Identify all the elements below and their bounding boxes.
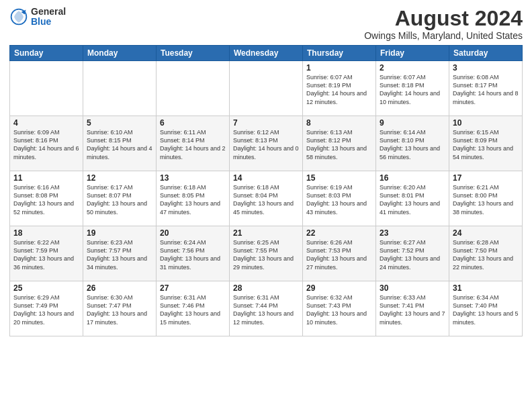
- day-info: Sunrise: 6:32 AM Sunset: 7:43 PM Dayligh…: [306, 293, 372, 326]
- day-cell-1-3: 7Sunrise: 6:12 AM Sunset: 8:13 PM Daylig…: [230, 116, 303, 171]
- day-number: 11: [13, 173, 79, 183]
- week-row-1: 1Sunrise: 6:07 AM Sunset: 8:19 PM Daylig…: [10, 61, 523, 116]
- day-cell-4-0: 25Sunrise: 6:29 AM Sunset: 7:49 PM Dayli…: [10, 281, 83, 336]
- day-number: 5: [87, 118, 152, 128]
- day-cell-2-3: 14Sunrise: 6:18 AM Sunset: 8:04 PM Dayli…: [230, 171, 303, 226]
- day-cell-0-2: [157, 61, 230, 116]
- day-number: 27: [160, 283, 226, 293]
- day-info: Sunrise: 6:30 AM Sunset: 7:47 PM Dayligh…: [87, 293, 152, 326]
- day-info: Sunrise: 6:18 AM Sunset: 8:05 PM Dayligh…: [160, 183, 226, 216]
- col-saturday: Saturday: [449, 46, 523, 61]
- day-cell-4-6: 31Sunrise: 6:34 AM Sunset: 7:40 PM Dayli…: [449, 281, 523, 336]
- day-cell-4-1: 26Sunrise: 6:30 AM Sunset: 7:47 PM Dayli…: [83, 281, 157, 336]
- col-wednesday: Wednesday: [230, 46, 303, 61]
- day-info: Sunrise: 6:19 AM Sunset: 8:03 PM Dayligh…: [306, 183, 372, 216]
- day-cell-3-3: 21Sunrise: 6:25 AM Sunset: 7:55 PM Dayli…: [230, 226, 303, 281]
- day-cell-4-2: 27Sunrise: 6:31 AM Sunset: 7:46 PM Dayli…: [157, 281, 230, 336]
- day-number: 10: [453, 118, 519, 128]
- day-number: 21: [233, 228, 299, 238]
- day-cell-3-5: 23Sunrise: 6:27 AM Sunset: 7:52 PM Dayli…: [376, 226, 449, 281]
- day-cell-2-4: 15Sunrise: 6:19 AM Sunset: 8:03 PM Dayli…: [303, 171, 376, 226]
- day-info: Sunrise: 6:27 AM Sunset: 7:52 PM Dayligh…: [380, 238, 445, 271]
- day-cell-3-2: 20Sunrise: 6:24 AM Sunset: 7:56 PM Dayli…: [157, 226, 230, 281]
- day-info: Sunrise: 6:26 AM Sunset: 7:53 PM Dayligh…: [306, 238, 372, 271]
- week-row-4: 18Sunrise: 6:22 AM Sunset: 7:59 PM Dayli…: [10, 226, 523, 281]
- logo-icon: [9, 7, 28, 26]
- week-row-2: 4Sunrise: 6:09 AM Sunset: 8:16 PM Daylig…: [10, 116, 523, 171]
- day-number: 4: [13, 118, 79, 128]
- day-number: 22: [306, 228, 372, 238]
- page: General Blue August 2024 Owings Mills, M…: [0, 0, 532, 411]
- col-friday: Friday: [376, 46, 449, 61]
- day-info: Sunrise: 6:15 AM Sunset: 8:09 PM Dayligh…: [453, 128, 519, 161]
- day-info: Sunrise: 6:31 AM Sunset: 7:44 PM Dayligh…: [233, 293, 299, 326]
- day-info: Sunrise: 6:23 AM Sunset: 7:57 PM Dayligh…: [87, 238, 152, 271]
- day-number: 18: [13, 228, 79, 238]
- day-number: 9: [380, 118, 445, 128]
- day-info: Sunrise: 6:14 AM Sunset: 8:10 PM Dayligh…: [380, 128, 445, 161]
- day-number: 2: [380, 63, 445, 73]
- day-cell-1-1: 5Sunrise: 6:10 AM Sunset: 8:15 PM Daylig…: [83, 116, 157, 171]
- col-thursday: Thursday: [303, 46, 376, 61]
- day-info: Sunrise: 6:22 AM Sunset: 7:59 PM Dayligh…: [13, 238, 79, 271]
- day-info: Sunrise: 6:29 AM Sunset: 7:49 PM Dayligh…: [13, 293, 79, 326]
- col-monday: Monday: [83, 46, 157, 61]
- day-info: Sunrise: 6:13 AM Sunset: 8:12 PM Dayligh…: [306, 128, 372, 161]
- day-cell-3-0: 18Sunrise: 6:22 AM Sunset: 7:59 PM Dayli…: [10, 226, 83, 281]
- day-info: Sunrise: 6:31 AM Sunset: 7:46 PM Dayligh…: [160, 293, 226, 326]
- month-title: August 2024: [364, 7, 523, 30]
- day-number: 6: [160, 118, 226, 128]
- day-info: Sunrise: 6:16 AM Sunset: 8:08 PM Dayligh…: [13, 183, 79, 216]
- day-cell-2-2: 13Sunrise: 6:18 AM Sunset: 8:05 PM Dayli…: [157, 171, 230, 226]
- day-cell-0-1: [83, 61, 157, 116]
- day-cell-3-4: 22Sunrise: 6:26 AM Sunset: 7:53 PM Dayli…: [303, 226, 376, 281]
- day-info: Sunrise: 6:08 AM Sunset: 8:17 PM Dayligh…: [453, 73, 519, 106]
- day-cell-2-0: 11Sunrise: 6:16 AM Sunset: 8:08 PM Dayli…: [10, 171, 83, 226]
- day-number: 20: [160, 228, 226, 238]
- day-info: Sunrise: 6:20 AM Sunset: 8:01 PM Dayligh…: [380, 183, 445, 216]
- day-info: Sunrise: 6:25 AM Sunset: 7:55 PM Dayligh…: [233, 238, 299, 271]
- col-sunday: Sunday: [10, 46, 83, 61]
- day-cell-0-6: 3Sunrise: 6:08 AM Sunset: 8:17 PM Daylig…: [449, 61, 523, 116]
- day-info: Sunrise: 6:21 AM Sunset: 8:00 PM Dayligh…: [453, 183, 519, 216]
- day-info: Sunrise: 6:07 AM Sunset: 8:18 PM Dayligh…: [380, 73, 445, 106]
- day-cell-0-4: 1Sunrise: 6:07 AM Sunset: 8:19 PM Daylig…: [303, 61, 376, 116]
- day-number: 14: [233, 173, 299, 183]
- day-info: Sunrise: 6:17 AM Sunset: 8:07 PM Dayligh…: [87, 183, 152, 216]
- day-info: Sunrise: 6:09 AM Sunset: 8:16 PM Dayligh…: [13, 128, 79, 161]
- day-cell-1-2: 6Sunrise: 6:11 AM Sunset: 8:14 PM Daylig…: [157, 116, 230, 171]
- day-info: Sunrise: 6:07 AM Sunset: 8:19 PM Dayligh…: [306, 73, 372, 106]
- day-number: 3: [453, 63, 519, 73]
- day-number: 23: [380, 228, 445, 238]
- week-row-5: 25Sunrise: 6:29 AM Sunset: 7:49 PM Dayli…: [10, 281, 523, 336]
- day-number: 19: [87, 228, 152, 238]
- day-info: Sunrise: 6:12 AM Sunset: 8:13 PM Dayligh…: [233, 128, 299, 161]
- day-info: Sunrise: 6:18 AM Sunset: 8:04 PM Dayligh…: [233, 183, 299, 216]
- day-number: 31: [453, 283, 519, 293]
- day-number: 17: [453, 173, 519, 183]
- day-cell-3-6: 24Sunrise: 6:28 AM Sunset: 7:50 PM Dayli…: [449, 226, 523, 281]
- location-title: Owings Mills, Maryland, United States: [364, 30, 523, 41]
- logo-general-text: General: [31, 7, 66, 17]
- day-number: 13: [160, 173, 226, 183]
- header: General Blue August 2024 Owings Mills, M…: [9, 7, 523, 41]
- day-cell-1-6: 10Sunrise: 6:15 AM Sunset: 8:09 PM Dayli…: [449, 116, 523, 171]
- day-info: Sunrise: 6:28 AM Sunset: 7:50 PM Dayligh…: [453, 238, 519, 271]
- day-info: Sunrise: 6:11 AM Sunset: 8:14 PM Dayligh…: [160, 128, 226, 161]
- title-block: August 2024 Owings Mills, Maryland, Unit…: [364, 7, 523, 41]
- day-cell-1-5: 9Sunrise: 6:14 AM Sunset: 8:10 PM Daylig…: [376, 116, 449, 171]
- day-info: Sunrise: 6:33 AM Sunset: 7:41 PM Dayligh…: [380, 293, 445, 326]
- day-cell-0-0: [10, 61, 83, 116]
- day-number: 30: [380, 283, 445, 293]
- day-number: 1: [306, 63, 372, 73]
- logo-blue-text: Blue: [31, 17, 66, 27]
- day-number: 15: [306, 173, 372, 183]
- day-cell-1-0: 4Sunrise: 6:09 AM Sunset: 8:16 PM Daylig…: [10, 116, 83, 171]
- day-number: 26: [87, 283, 152, 293]
- day-number: 25: [13, 283, 79, 293]
- day-info: Sunrise: 6:10 AM Sunset: 8:15 PM Dayligh…: [87, 128, 152, 161]
- week-row-3: 11Sunrise: 6:16 AM Sunset: 8:08 PM Dayli…: [10, 171, 523, 226]
- day-cell-3-1: 19Sunrise: 6:23 AM Sunset: 7:57 PM Dayli…: [83, 226, 157, 281]
- day-cell-0-5: 2Sunrise: 6:07 AM Sunset: 8:18 PM Daylig…: [376, 61, 449, 116]
- day-cell-4-4: 29Sunrise: 6:32 AM Sunset: 7:43 PM Dayli…: [303, 281, 376, 336]
